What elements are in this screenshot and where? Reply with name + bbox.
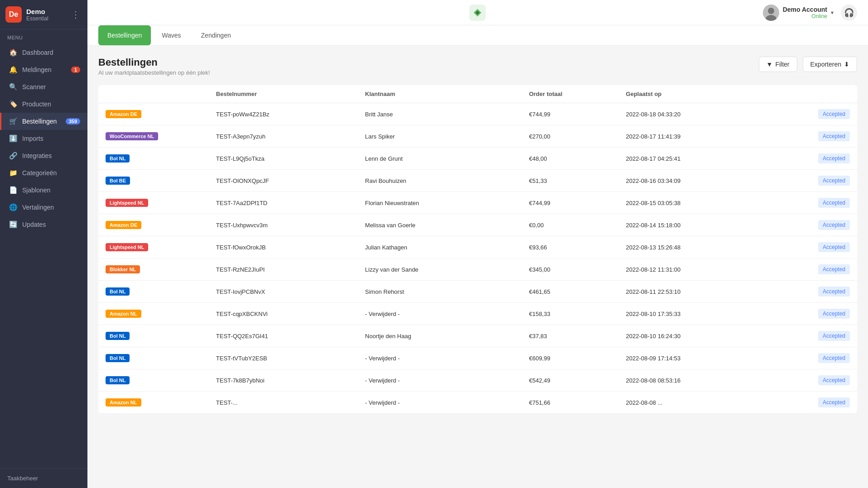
topbar-account[interactable]: Demo Account Online ▾ xyxy=(763,5,834,21)
cell-customer-3: Ravi Bouhuizen xyxy=(358,170,522,192)
status-badge-6: Accepted xyxy=(818,242,850,252)
categorieen-icon: 📁 xyxy=(9,168,18,177)
sidebar-item-label-sjablonen: Sjablonen xyxy=(22,187,50,194)
producten-icon: 🏷️ xyxy=(9,100,18,109)
cell-customer-4: Florian Nieuwstraten xyxy=(358,192,522,214)
table-row[interactable]: Amazon NL TEST-... - Verwijderd - €751,6… xyxy=(98,392,857,414)
tab-bestellingen[interactable]: Bestellingen xyxy=(98,25,151,45)
cell-customer-10: Noortje den Haag xyxy=(358,325,522,347)
sidebar-item-integraties[interactable]: 🔗 Integraties xyxy=(0,147,87,164)
cell-total-3: €51,33 xyxy=(522,170,619,192)
status-badge-5: Accepted xyxy=(818,220,850,230)
channel-badge-6: Lightspeed NL xyxy=(106,243,148,251)
topbar-logo xyxy=(351,5,604,21)
status-badge-9: Accepted xyxy=(818,309,850,319)
table-row[interactable]: WooCommerce NL TEST-A3epn7yzuh Lars Spik… xyxy=(98,125,857,148)
cell-customer-12: - Verwijderd - xyxy=(358,369,522,392)
status-badge-2: Accepted xyxy=(818,153,850,163)
sidebar-app-info: Demo Essential xyxy=(26,8,69,22)
table-row[interactable]: Blokker NL TEST-RzNE2JIuPI Lizzy van der… xyxy=(98,258,857,281)
sidebar-item-meldingen[interactable]: 🔔 Meldingen 1 xyxy=(0,61,87,78)
sjablonen-icon: 📄 xyxy=(9,186,18,195)
sidebar-item-imports[interactable]: ⬇️ Imports xyxy=(0,130,87,147)
sidebar-item-sjablonen[interactable]: 📄 Sjablonen xyxy=(0,182,87,199)
channel-badge-13: Amazon NL xyxy=(106,398,141,407)
cell-placed-5: 2022-08-14 15:18:00 xyxy=(619,214,768,236)
cell-ordernr-0: TEST-poWw4Z21Bz xyxy=(209,103,358,125)
filter-icon: ▼ xyxy=(767,61,773,68)
cell-placed-13: 2022-08-08 ... xyxy=(619,392,768,414)
sidebar-item-vertalingen[interactable]: 🌐 Vertalingen xyxy=(0,199,87,216)
table-row[interactable]: Bol NL TEST-IovjPCBNvX Simon Rehorst €46… xyxy=(98,281,857,303)
vertalingen-icon: 🌐 xyxy=(9,203,18,212)
filter-button[interactable]: ▼ Filter xyxy=(759,57,797,72)
cell-total-2: €48,00 xyxy=(522,148,619,170)
cell-total-11: €609,99 xyxy=(522,347,619,369)
sidebar-item-producten[interactable]: 🏷️ Producten xyxy=(0,96,87,113)
sidebar-item-label-vertalingen: Vertalingen xyxy=(22,204,54,211)
cell-total-6: €93,66 xyxy=(522,236,619,258)
table-row[interactable]: Bol NL TEST-QQ2Es7GI41 Noortje den Haag … xyxy=(98,325,857,347)
cell-channel-5: Amazon DE xyxy=(98,214,209,236)
cell-placed-2: 2022-08-17 04:25:41 xyxy=(619,148,768,170)
table-row[interactable]: Lightspeed NL TEST-fOwxOrokJB Julian Kat… xyxy=(98,236,857,258)
tab-zendingen[interactable]: Zendingen xyxy=(192,25,240,45)
orders-table-body: Amazon DE TEST-poWw4Z21Bz Britt Janse €7… xyxy=(98,103,857,414)
channel-badge-5: Amazon DE xyxy=(106,221,141,229)
table-row[interactable]: Bol NL TEST-7k8B7ybNoi - Verwijderd - €5… xyxy=(98,369,857,392)
topbar-account-chevron-icon: ▾ xyxy=(831,10,834,16)
col-channel xyxy=(98,85,209,103)
cell-placed-4: 2022-08-15 03:05:38 xyxy=(619,192,768,214)
cell-status-9: Accepted xyxy=(768,303,857,325)
cell-total-8: €461,65 xyxy=(522,281,619,303)
cell-placed-8: 2022-08-11 22:53:10 xyxy=(619,281,768,303)
export-button[interactable]: Exporteren ⬇ xyxy=(803,57,857,72)
cell-channel-2: Bol NL xyxy=(98,148,209,170)
topbar-notifications-button[interactable]: 🎧 xyxy=(841,5,857,21)
cell-channel-10: Bol NL xyxy=(98,325,209,347)
sidebar-item-categorieen[interactable]: 📁 Categorieën xyxy=(0,164,87,182)
sidebar-item-label-integraties: Integraties xyxy=(22,152,52,159)
tabs-bar: BestellingenWavesZendingen xyxy=(87,25,868,46)
sidebar-bottom-taskbeheer[interactable]: Taakbeheer xyxy=(0,468,87,488)
sidebar-item-bestellingen[interactable]: 🛒 Bestellingen 359 xyxy=(0,113,87,130)
app-logo-icon xyxy=(469,5,486,21)
scanner-icon: 🔍 xyxy=(9,82,18,91)
sidebar-item-dashboard[interactable]: 🏠 Dashboard xyxy=(0,44,87,61)
cell-ordernr-12: TEST-7k8B7ybNoi xyxy=(209,369,358,392)
channel-badge-12: Bol NL xyxy=(106,376,130,384)
sidebar-header: De Demo Essential ⋮ xyxy=(0,0,87,29)
channel-badge-9: Amazon NL xyxy=(106,310,141,318)
table-row[interactable]: Amazon DE TEST-poWw4Z21Bz Britt Janse €7… xyxy=(98,103,857,125)
page-content: Bestellingen Al uw marktplaatsbestelling… xyxy=(87,46,868,488)
sidebar-item-label-imports: Imports xyxy=(22,135,43,142)
orders-table-header: Bestelnummer Klantnaam Order totaal Gepl… xyxy=(98,85,857,103)
cell-ordernr-13: TEST-... xyxy=(209,392,358,414)
cell-ordernr-2: TEST-L9Qj5oTkza xyxy=(209,148,358,170)
table-row[interactable]: Lightspeed NL TEST-7Aa2DPf1TD Florian Ni… xyxy=(98,192,857,214)
cell-channel-9: Amazon NL xyxy=(98,303,209,325)
cell-channel-7: Blokker NL xyxy=(98,258,209,281)
cell-ordernr-7: TEST-RzNE2JIuPI xyxy=(209,258,358,281)
cell-customer-8: Simon Rehorst xyxy=(358,281,522,303)
sidebar-item-updates[interactable]: 🔄 Updates xyxy=(0,216,87,233)
table-row[interactable]: Bol BE TEST-OIONXQpcJF Ravi Bouhuizen €5… xyxy=(98,170,857,192)
table-row[interactable]: Amazon NL TEST-cqpXBCKNVi - Verwijderd -… xyxy=(98,303,857,325)
sidebar-item-scanner[interactable]: 🔍 Scanner xyxy=(0,78,87,96)
cell-customer-9: - Verwijderd - xyxy=(358,303,522,325)
filter-label: Filter xyxy=(775,61,789,68)
sidebar-more-button[interactable]: ⋮ xyxy=(69,7,82,22)
channel-badge-1: WooCommerce NL xyxy=(106,132,158,140)
table-row[interactable]: Bol NL TEST-tVTubY2ESB - Verwijderd - €6… xyxy=(98,347,857,369)
cell-status-12: Accepted xyxy=(768,369,857,392)
cell-placed-3: 2022-08-16 03:34:09 xyxy=(619,170,768,192)
status-badge-7: Accepted xyxy=(818,264,850,274)
cell-total-7: €345,00 xyxy=(522,258,619,281)
sidebar-app-sub: Essential xyxy=(26,15,69,22)
channel-badge-10: Bol NL xyxy=(106,332,130,340)
sidebar-item-label-categorieen: Categorieën xyxy=(22,169,57,177)
tab-waves[interactable]: Waves xyxy=(153,25,190,45)
cell-placed-9: 2022-08-10 17:35:33 xyxy=(619,303,768,325)
table-row[interactable]: Bol NL TEST-L9Qj5oTkza Lenn de Grunt €48… xyxy=(98,148,857,170)
table-row[interactable]: Amazon DE TEST-Uxhpwvcv3m Melissa van Go… xyxy=(98,214,857,236)
